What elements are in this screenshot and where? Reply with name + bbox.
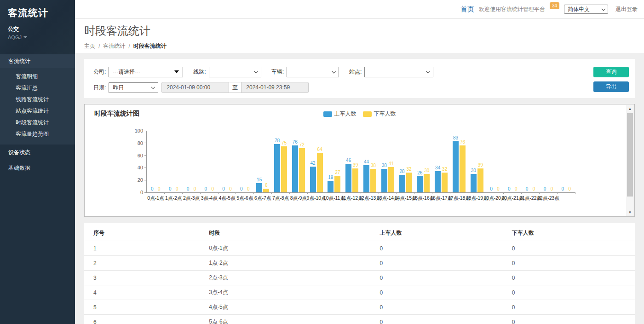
bar-value-label: 76 [293,139,298,145]
export-button[interactable]: 导出 [593,81,629,92]
bar-wrap: 72 [299,131,305,192]
breadcrumb-home[interactable]: 主页 [84,42,95,50]
bar-上车人数[interactable] [328,181,334,192]
table-cell: 1 [84,241,200,256]
bar-下车人数[interactable] [424,174,430,192]
vehicle-select[interactable] [287,67,339,77]
bar-下车人数[interactable] [263,189,269,192]
bar-上车人数[interactable] [363,165,369,192]
bar-group-21点-22点: 0021点-22点 [522,131,540,192]
bar-上车人数[interactable] [399,175,405,192]
sidebar-item-基础数据[interactable]: 基础数据 [0,160,75,176]
company-select[interactable]: ---请选择--- [109,67,183,77]
bar-上车人数[interactable] [471,174,477,192]
query-button[interactable]: 查询 [593,67,629,77]
bar-下车人数[interactable] [370,169,376,192]
bar-下车人数[interactable] [281,146,287,193]
table-row: 54点-5点00 [84,300,635,315]
chart-scrollbar[interactable]: ▲ ▼ [626,105,634,216]
scroll-down-icon[interactable]: ▼ [626,208,634,216]
legend-item-上车人数[interactable]: 上车人数 [323,110,356,118]
table-header-row: 序号时段上车人数下车人数 [84,226,635,241]
bar-wrap: 0 [228,131,234,192]
station-select[interactable] [364,67,433,77]
bar-group-22点-23点: 0022点-23点 [540,131,558,192]
sidebar-item-客流统计[interactable]: 客流统计 [0,54,75,68]
scroll-up-icon[interactable]: ▲ [626,105,634,112]
welcome-text: 欢迎使用客流统计管理平台 [479,6,545,13]
bar-wrap: 32 [406,131,412,192]
bar-value-label: 41 [389,161,394,166]
bar-下车人数[interactable] [460,145,466,192]
table-header-下车人数: 下车人数 [503,226,635,241]
bar-wrap: 83 [453,131,459,192]
sidebar: 客流统计 公交 AQGJ 客流统计客流明细客流汇总线路客流统计站点客流统计时段客… [0,0,75,324]
bar-上车人数[interactable] [381,169,387,192]
sidebar-item-设备状态[interactable]: 设备状态 [0,145,75,160]
table-cell: 6 [84,315,200,324]
sidebar-subitem-线路客流统计[interactable]: 线路客流统计 [0,94,75,105]
bar-上车人数[interactable] [453,141,459,192]
bar-上车人数[interactable] [292,145,298,192]
date-preset-select[interactable]: 昨日 [109,82,158,93]
sidebar-subitem-站点客流统计[interactable]: 站点客流统计 [0,105,75,117]
table-cell: 2 [84,256,200,271]
bar-value-label: 42 [310,161,316,166]
bar-value-label: 72 [299,142,305,147]
bar-上车人数[interactable] [310,167,316,192]
sidebar-subitem-客流明细[interactable]: 客流明细 [0,71,75,82]
filter-row-2: 日期: 昨日 2024-01-09 00:00 至 2024-01-09 23:… [93,82,635,93]
sidebar-subitem-时段客流统计[interactable]: 时段客流统计 [0,117,75,128]
bar-下车人数[interactable] [352,168,358,192]
bar-wrap: 30 [424,131,430,192]
bar-下车人数[interactable] [442,173,448,192]
org-code-dropdown[interactable]: AQGJ [8,35,75,40]
bar-wrap: 0 [245,131,251,192]
language-select[interactable]: 简体中文 [564,5,608,14]
data-table: 序号时段上车人数下车人数 10点-1点0021点-2点0032点-3点0043点… [84,226,635,324]
bar-上车人数[interactable] [435,171,441,192]
table-row: 10点-1点00 [84,241,635,256]
x-axis-label: 5点-6点 [236,195,253,202]
bar-wrap: 0 [549,131,555,192]
notification-badge[interactable]: 34 [550,2,559,9]
bar-value-label: 0 [205,186,207,191]
home-link[interactable]: 首页 [460,5,474,14]
bar-wrap: 32 [442,131,448,192]
bar-value-label: 0 [568,186,571,191]
y-axis-label: 40 [138,165,143,170]
bar-value-label: 0 [229,186,232,191]
bar-下车人数[interactable] [334,176,340,192]
bar-wrap: 46 [345,131,351,192]
org-code-label: AQGJ [8,35,22,40]
bar-上车人数[interactable] [417,176,423,192]
date-to-input[interactable]: 2024-01-09 23:59 [241,82,309,93]
logout-link[interactable]: 退出登录 [615,6,638,13]
scrollbar-thumb[interactable] [627,113,633,197]
bar-下车人数[interactable] [477,168,483,192]
bar-上车人数[interactable] [274,144,280,192]
bar-下车人数[interactable] [299,148,305,192]
bar-wrap: 19 [328,131,334,192]
table-cell: 0 [370,315,502,324]
bar-上车人数[interactable] [345,164,351,192]
sidebar-subitem-客流汇总[interactable]: 客流汇总 [0,82,75,94]
table-row: 21点-2点00 [84,256,635,271]
y-axis-label: 60 [138,153,143,158]
bar-下车人数[interactable] [388,167,394,192]
bar-wrap: 0 [542,131,548,192]
bar-value-label: 76 [460,139,465,145]
bar-wrap: 15 [256,131,262,192]
legend-item-下车人数[interactable]: 下车人数 [363,110,396,118]
bar-value-label: 26 [417,170,422,175]
sidebar-subitem-客流量趋势图[interactable]: 客流量趋势图 [0,128,75,140]
breadcrumb-section[interactable]: 客流统计 [103,42,125,50]
bar-下车人数[interactable] [406,173,412,192]
bar-上车人数[interactable] [256,183,262,192]
date-from-input[interactable]: 2024-01-09 00:00 [161,82,229,93]
date-preset-value: 昨日 [113,84,124,92]
bar-value-label: 39 [478,162,483,168]
bar-下车人数[interactable] [317,153,323,192]
line-select[interactable] [209,67,261,77]
bar-wrap: 0 [560,131,566,192]
